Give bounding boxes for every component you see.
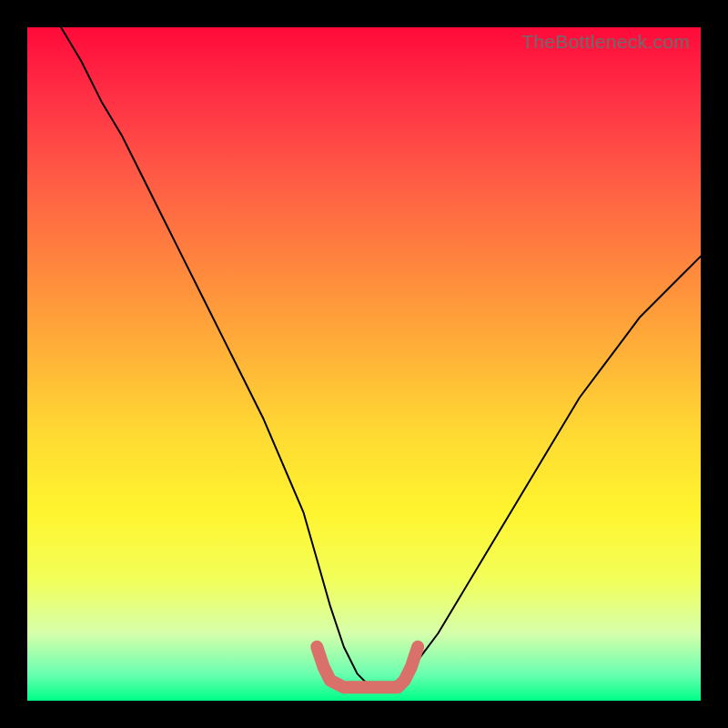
chart-frame: TheBottleneck.com — [0, 0, 728, 728]
curve-overlay — [27, 27, 701, 701]
bottleneck-curve — [61, 27, 701, 687]
plot-area: TheBottleneck.com — [27, 27, 701, 701]
optimal-zone-marker — [317, 647, 418, 687]
